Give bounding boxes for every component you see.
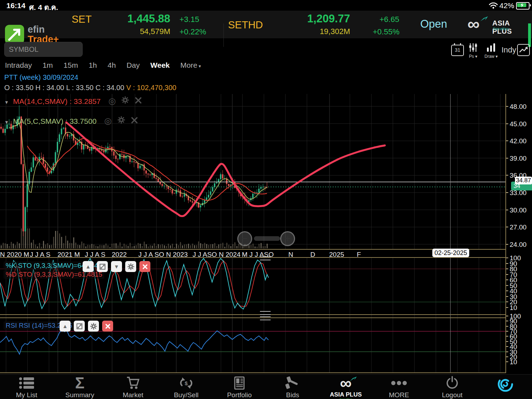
x-axis-label: J J A S	[85, 251, 105, 259]
ma14-label: MA(14,C,SMAV) : 33.2857	[13, 97, 101, 105]
crosshair-price-tag: 34.87	[515, 177, 532, 184]
chart-canvas[interactable]	[0, 0, 532, 399]
gavel-icon	[266, 375, 319, 391]
portfolio-icon	[213, 375, 266, 391]
x-axis-label: 2022	[112, 251, 127, 259]
cart-icon	[106, 375, 160, 391]
x-axis-label: D	[310, 251, 315, 259]
sto-buttons: ▲▼	[83, 261, 150, 272]
x-axis-label: N	[288, 251, 293, 259]
nav-label: ASIA PLUS	[319, 391, 372, 398]
power-icon	[426, 375, 479, 391]
x-axis-label: F	[357, 251, 361, 259]
collapse-triangle-icon[interactable]: ▼	[4, 120, 9, 125]
axis-label: 45.00	[510, 120, 527, 128]
panel-separator	[0, 317, 505, 318]
nav-label: Summary	[53, 391, 106, 399]
nav-label: Portfolio	[213, 391, 266, 399]
panel-separator	[0, 314, 505, 315]
gear-icon[interactable]	[117, 116, 125, 126]
gear-icon[interactable]	[121, 96, 129, 106]
zoom-slider[interactable]	[254, 236, 280, 241]
nav-item-more[interactable]: MORE	[372, 375, 426, 399]
rsi-buttons: ▲	[60, 321, 113, 332]
nav-item-portfolio[interactable]: Portfolio	[213, 375, 266, 399]
nav-label: Logout	[426, 391, 479, 399]
buysell-cycle-icon: $	[160, 375, 213, 391]
nav-item-logout[interactable]: Logout	[426, 375, 479, 399]
x-axis-label: 2025	[329, 251, 344, 259]
gear-button[interactable]	[88, 321, 99, 332]
axis-label: 10	[510, 304, 517, 312]
nav-item-asia-plus[interactable]: ∞ASIA PLUSSecurities	[319, 375, 372, 399]
efin-swirl-icon	[479, 375, 532, 391]
asiaplus-infinity-icon: ∞	[319, 375, 372, 391]
zoom-in-button[interactable]: +	[280, 231, 295, 246]
nav-item-my-list[interactable]: My List	[0, 375, 53, 399]
x-axis-label: J J ASO N 2024	[193, 251, 240, 259]
x-axis-label: J J A SO N 2023	[138, 251, 188, 259]
nav-label: Bids	[266, 391, 319, 399]
collapse-triangle-icon[interactable]: ▼	[4, 100, 9, 105]
panel-resize-handle[interactable]	[260, 311, 271, 315]
ma5-indicator-row: ▼ MA(5,C,SMAV) : 33.7500 ◎	[4, 116, 138, 126]
zoom-out-button[interactable]: −	[237, 231, 252, 246]
nav-label: Market	[106, 391, 160, 399]
visibility-icon[interactable]: ◎	[104, 116, 112, 126]
time-axis: N 2020 MJ J A S2021 MJ J A S2022J J A SO…	[0, 249, 505, 258]
axis-label: 39.00	[510, 155, 527, 162]
up-button[interactable]: ▲	[83, 261, 94, 272]
panel-resize-handle[interactable]	[260, 256, 271, 260]
panel-resize-handle[interactable]	[260, 316, 271, 320]
sigma-icon: Σ	[53, 375, 106, 391]
list-icon	[0, 375, 53, 391]
axis-label: 30.00	[510, 206, 527, 214]
x-axis-label: N 2020 M	[0, 251, 29, 259]
nav-item-efin-assist[interactable]	[479, 375, 532, 391]
ma14-indicator-row: ▼ MA(14,C,SMAV) : 33.2857 ◎	[4, 96, 142, 106]
close-icon[interactable]	[131, 116, 138, 126]
bottom-nav: My ListΣSummaryMarket$Buy/SellPortfolioB…	[0, 374, 532, 399]
down-button[interactable]: ▼	[111, 261, 122, 272]
axis-label: 24.00	[510, 241, 527, 249]
nav-label: MORE	[372, 391, 426, 399]
nav-item-summary[interactable]: ΣSummary	[53, 375, 106, 399]
axis-label: 42.00	[510, 137, 527, 145]
axis-border	[505, 94, 506, 373]
panel-separator	[0, 372, 505, 373]
nav-label: My List	[0, 391, 53, 399]
x-axis-label: J J A S	[30, 251, 50, 259]
axis-label: 10	[510, 358, 517, 366]
axis-label: 27.00	[510, 223, 527, 231]
remove-indicator-button[interactable]	[139, 261, 150, 272]
svg-text:$: $	[185, 380, 188, 386]
more-dots-icon	[372, 375, 426, 391]
close-icon[interactable]	[135, 96, 142, 106]
ma5-label: MA(5,C,SMAV) : 33.7500	[13, 117, 96, 125]
expand-button[interactable]	[74, 321, 85, 332]
gear-button[interactable]	[125, 261, 136, 272]
nav-item-market[interactable]: Market	[106, 375, 160, 399]
nav-item-bids[interactable]: Bids	[266, 375, 319, 399]
nav-item-buy-sell[interactable]: $Buy/Sell	[160, 375, 213, 399]
nav-label: Buy/Sell	[160, 391, 213, 399]
remove-indicator-button[interactable]	[102, 321, 113, 332]
efin-trade-app: 16:14 ศ. 4 ต.ค. 42% efin Trade+ SET 1,44…	[0, 0, 532, 399]
up-button[interactable]: ▲	[60, 321, 71, 332]
visibility-icon[interactable]: ◎	[109, 96, 116, 106]
x-axis-label: 2021 M	[57, 251, 80, 259]
expand-button[interactable]	[97, 261, 108, 272]
axis-label: 48.00	[510, 103, 527, 111]
crosshair-date-pill: 02-25-2025	[432, 249, 469, 257]
